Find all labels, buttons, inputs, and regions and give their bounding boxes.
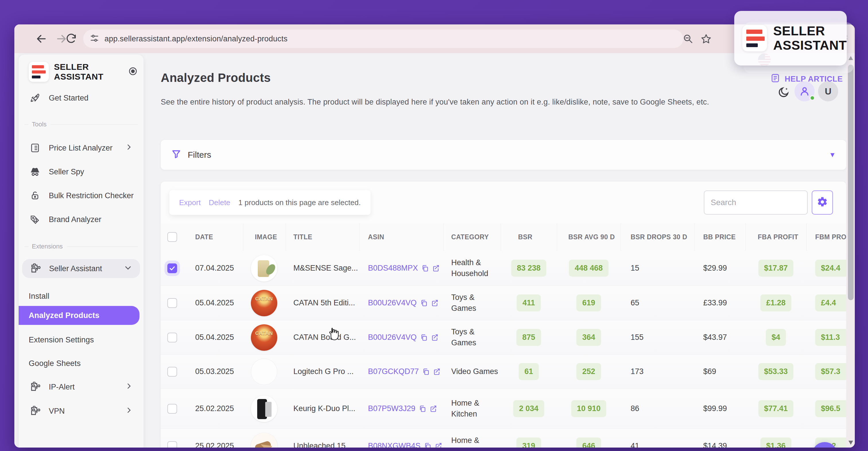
cell-asin[interactable]: B00U26V4VQ: [368, 320, 439, 355]
col-date[interactable]: DATE: [195, 223, 213, 251]
sidebar-item-vpn[interactable]: VPN: [29, 402, 138, 421]
sidebar-item-analyzed-products[interactable]: Analyzed Products: [19, 306, 140, 325]
sidebar-item-install[interactable]: Install: [29, 287, 138, 306]
spy-incognito-icon: [29, 166, 41, 177]
external-link-icon[interactable]: [433, 368, 441, 375]
select-all-checkbox[interactable]: [167, 223, 177, 251]
scrollbar-down-arrow[interactable]: [848, 441, 853, 445]
asin-link[interactable]: B07GCKQD77: [368, 367, 419, 376]
cell-asin[interactable]: B08NXGWB4S: [368, 429, 442, 448]
sidebar-item-get-started[interactable]: Get Started: [29, 88, 138, 107]
cell-date: 05.03.2025: [195, 355, 234, 388]
cell-title[interactable]: Logitech G Pro ...: [293, 355, 353, 388]
row-checkbox[interactable]: [167, 263, 177, 273]
table-row[interactable]: 07.04.2025 M&SENSE Sage... B0DS488MPX He…: [161, 251, 846, 286]
table-row[interactable]: 25.02.2025 Unbleached 15... B08NXGWB4S H…: [161, 429, 846, 448]
product-image[interactable]: CATAN: [251, 324, 277, 351]
col-category[interactable]: CATEGORY: [451, 223, 489, 251]
cell-title[interactable]: CATAN 5th Editi...: [293, 286, 355, 320]
cell-bb-price: £33.99: [703, 286, 727, 320]
sidebar-item-seller-spy[interactable]: Seller Spy: [29, 162, 138, 181]
filters-panel[interactable]: Filters ▼: [161, 140, 846, 170]
asin-link[interactable]: B07P5W3J29: [368, 404, 415, 413]
external-link-icon[interactable]: [431, 299, 439, 307]
cell-title[interactable]: CATAN Board G...: [293, 320, 356, 355]
asin-link[interactable]: B00U26V4VQ: [368, 333, 417, 342]
filters-expand-caret[interactable]: ▼: [829, 151, 836, 159]
row-checkbox[interactable]: [167, 298, 177, 308]
row-checkbox[interactable]: [167, 404, 177, 414]
cell-asin[interactable]: B00U26V4VQ: [368, 286, 439, 320]
col-bsr-drops[interactable]: BSR DROPS 30 D: [631, 223, 687, 251]
col-fba-profit[interactable]: FBA PROFIT: [758, 223, 798, 251]
table-settings-button[interactable]: [812, 191, 833, 215]
back-arrow-icon[interactable]: [35, 32, 48, 45]
export-button[interactable]: Export: [179, 198, 200, 207]
cell-asin[interactable]: B0DS488MPX: [368, 251, 440, 285]
external-link-icon[interactable]: [430, 405, 437, 413]
search-input[interactable]: [704, 191, 808, 215]
col-asin[interactable]: ASIN: [368, 223, 384, 251]
external-link-icon[interactable]: [431, 334, 439, 341]
zoom-out-magnifier-icon[interactable]: [682, 32, 694, 45]
cell-title[interactable]: Keurig K-Duo Pl...: [293, 389, 355, 429]
tune-icon[interactable]: [90, 33, 99, 44]
delete-button[interactable]: Delete: [209, 198, 230, 207]
window-scrollbar[interactable]: [847, 53, 855, 448]
sidebar-item-google-sheets[interactable]: Google Sheets: [29, 354, 138, 373]
sidebar-item-bulk-restriction-checker[interactable]: Bulk Restriction Checker: [29, 186, 138, 205]
table-row[interactable]: 25.02.2025 Keurig K-Duo Pl... B07P5W3J29…: [161, 389, 846, 429]
sidebar-item-seller-assistant[interactable]: Seller Assistant: [22, 259, 140, 278]
cell-asin[interactable]: B07P5W3J29: [368, 389, 437, 429]
copy-icon[interactable]: [419, 405, 426, 413]
product-image[interactable]: [251, 359, 277, 385]
copy-icon[interactable]: [424, 442, 431, 448]
sidebar-item-extension-settings[interactable]: Extension Settings: [29, 330, 138, 349]
cell-title[interactable]: M&SENSE Sage...: [293, 251, 358, 285]
asin-link[interactable]: B08NXGWB4S: [368, 442, 421, 448]
col-bsr[interactable]: BSR: [518, 223, 532, 251]
radio-collapse-icon[interactable]: [128, 66, 138, 77]
copy-icon[interactable]: [422, 368, 430, 375]
table-row[interactable]: 05.03.2025 Logitech G Pro ... B07GCKQD77…: [161, 355, 846, 389]
col-fbm-profit[interactable]: FBM PROFIT: [815, 223, 846, 251]
table-body: 07.04.2025 M&SENSE Sage... B0DS488MPX He…: [161, 251, 846, 448]
star-bookmark-icon[interactable]: [700, 32, 712, 45]
sidebar-item-brand-analyzer[interactable]: Brand Analyzer: [29, 210, 138, 229]
row-checkbox[interactable]: [167, 367, 177, 376]
table-row[interactable]: 05.04.2025 CATAN CATAN Board G... B00U26…: [161, 320, 846, 355]
row-checkbox[interactable]: [167, 441, 177, 448]
bsr-avg-badge: 252: [577, 363, 601, 380]
sidebar-item-label: Seller Assistant: [49, 264, 102, 273]
help-article-label: HELP ARTICLE: [785, 75, 843, 84]
table-row[interactable]: 05.04.2025 CATAN CATAN 5th Editi... B00U…: [161, 286, 846, 320]
reload-icon[interactable]: [65, 32, 78, 45]
asin-link[interactable]: B00U26V4VQ: [368, 299, 417, 307]
scrollbar-thumb[interactable]: [848, 65, 854, 300]
col-bb-price[interactable]: BB PRICE: [703, 223, 736, 251]
product-image[interactable]: [251, 433, 277, 448]
external-link-icon[interactable]: [432, 264, 440, 272]
col-title[interactable]: TITLE: [293, 223, 312, 251]
copy-icon[interactable]: [420, 334, 428, 341]
product-image[interactable]: [251, 255, 277, 282]
copy-icon[interactable]: [420, 299, 428, 307]
cell-date: 25.02.2025: [195, 389, 234, 429]
sidebar-item-ip-alert[interactable]: IP-Alert: [29, 377, 138, 396]
bsr-avg-badge: 448 468: [569, 260, 609, 277]
product-image[interactable]: CATAN: [251, 290, 277, 316]
cell-asin[interactable]: B07GCKQD77: [368, 355, 441, 388]
cell-category: Home & Kitchen: [451, 429, 501, 448]
asin-link[interactable]: B0DS488MPX: [368, 264, 418, 273]
copy-icon[interactable]: [422, 264, 429, 272]
product-image[interactable]: [251, 396, 277, 422]
address-bar[interactable]: app.sellerassistant.app/extension/analyz…: [83, 30, 683, 48]
external-link-icon[interactable]: [435, 442, 442, 448]
sidebar-item-price-list-analyzer[interactable]: Price List Analyzer: [29, 138, 138, 158]
cell-bsr-drops: 86: [631, 389, 639, 429]
cell-title[interactable]: Unbleached 15...: [293, 429, 352, 448]
logo-line1: SELLER: [54, 62, 103, 72]
help-article-button[interactable]: HELP ARTICLE: [770, 73, 843, 85]
row-checkbox[interactable]: [167, 333, 177, 342]
col-bsr-avg[interactable]: BSR AVG 90 D: [568, 223, 615, 251]
